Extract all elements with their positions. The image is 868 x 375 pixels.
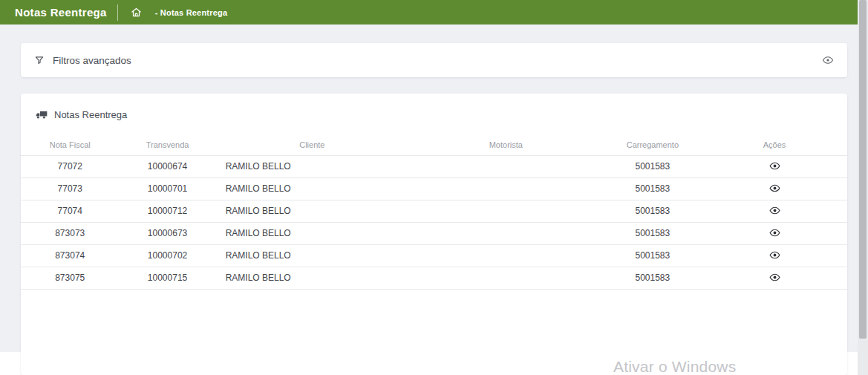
view-note-button[interactable] [766, 270, 783, 284]
cell-acoes [702, 244, 847, 267]
cell-carregamento: 5001583 [604, 267, 702, 289]
table-row: 77072 10000674 RAMILO BELLO 5001583 [21, 155, 847, 177]
page-title: Notas Reentrega [15, 6, 107, 19]
cell-nota-fiscal: 77073 [21, 177, 119, 200]
cell-motorista [408, 177, 604, 200]
col-header-acoes: Ações [702, 135, 847, 155]
cell-acoes [702, 155, 847, 177]
eye-icon [769, 227, 780, 238]
eye-icon [769, 272, 780, 283]
cell-transvenda: 10000673 [119, 222, 215, 244]
cell-transvenda: 10000712 [119, 200, 215, 222]
cell-transvenda: 10000715 [119, 267, 215, 289]
cell-motorista [408, 244, 604, 267]
table-row: 873073 10000673 RAMILO BELLO 5001583 [21, 222, 847, 244]
cell-acoes [702, 177, 847, 200]
view-note-button[interactable] [766, 203, 783, 218]
table-row: 873075 10000715 RAMILO BELLO 5001583 [21, 267, 847, 289]
eye-icon [769, 183, 780, 194]
cell-transvenda: 10000702 [119, 244, 215, 267]
filter-icon [34, 55, 45, 65]
truck-icon [36, 110, 48, 120]
view-note-button[interactable] [766, 226, 783, 240]
breadcrumb: - Notas Reentrega [155, 8, 228, 17]
cell-nota-fiscal: 873075 [21, 267, 119, 289]
cell-motorista [408, 200, 604, 222]
cell-motorista [408, 222, 604, 244]
table-row: 77073 10000701 RAMILO BELLO 5001583 [21, 177, 847, 200]
cell-acoes [702, 200, 847, 222]
cell-nota-fiscal: 873074 [21, 244, 119, 267]
notes-card: Notas Reentrega Nota Fiscal Transvenda C… [21, 94, 847, 375]
cell-cliente: RAMILO BELLO [216, 244, 408, 267]
toggle-filters-eye-icon[interactable] [822, 54, 834, 66]
cell-nota-fiscal: 873073 [21, 222, 119, 244]
view-note-button[interactable] [766, 181, 783, 195]
col-header-motorista: Motorista [408, 135, 604, 155]
cell-cliente: RAMILO BELLO [216, 200, 408, 222]
notes-card-header: Notas Reentrega [21, 94, 847, 135]
table-body: 77072 10000674 RAMILO BELLO 5001583 7707… [21, 155, 847, 289]
cell-carregamento: 5001583 [604, 200, 702, 222]
home-icon[interactable] [131, 7, 142, 18]
view-note-button[interactable] [766, 248, 783, 262]
cell-nota-fiscal: 77074 [21, 200, 119, 222]
cell-carregamento: 5001583 [604, 177, 702, 200]
filters-title: Filtros avançados [53, 55, 131, 66]
notes-table: Nota Fiscal Transvenda Cliente Motorista… [21, 135, 847, 290]
col-header-cliente: Cliente [216, 135, 408, 155]
cell-cliente: RAMILO BELLO [216, 177, 408, 200]
cell-motorista [408, 155, 604, 177]
cell-carregamento: 5001583 [604, 244, 702, 267]
cell-nota-fiscal: 77072 [21, 155, 119, 177]
cell-cliente: RAMILO BELLO [216, 222, 408, 244]
cell-motorista [408, 267, 604, 289]
cell-acoes [702, 267, 847, 289]
cell-carregamento: 5001583 [604, 155, 702, 177]
col-header-nota-fiscal: Nota Fiscal [21, 135, 119, 155]
vertical-scrollbar[interactable] [858, 0, 868, 375]
view-note-button[interactable] [766, 159, 783, 173]
cell-cliente: RAMILO BELLO [216, 155, 408, 177]
cell-carregamento: 5001583 [604, 222, 702, 244]
table-header-row: Nota Fiscal Transvenda Cliente Motorista… [21, 135, 847, 155]
cell-acoes [702, 222, 847, 244]
eye-icon [769, 160, 780, 172]
cell-transvenda: 10000674 [119, 155, 215, 177]
topbar-divider [117, 4, 118, 21]
eye-icon [769, 250, 780, 261]
cell-cliente: RAMILO BELLO [216, 267, 408, 289]
table-row: 873074 10000702 RAMILO BELLO 5001583 [21, 244, 847, 267]
cell-transvenda: 10000701 [119, 177, 215, 200]
advanced-filters-bar[interactable]: Filtros avançados [21, 43, 847, 77]
col-header-carregamento: Carregamento [604, 135, 702, 155]
notes-card-title: Notas Reentrega [54, 109, 127, 120]
windows-activation-watermark: Ativar o Windows [613, 358, 736, 375]
scrollbar-thumb[interactable] [859, 0, 867, 339]
eye-icon [769, 205, 780, 216]
col-header-transvenda: Transvenda [119, 135, 215, 155]
screen: Notas Reentrega - Notas Reentrega Filtro… [0, 0, 868, 375]
table-row: 77074 10000712 RAMILO BELLO 5001583 [21, 200, 847, 222]
topbar: Notas Reentrega - Notas Reentrega [0, 0, 858, 25]
